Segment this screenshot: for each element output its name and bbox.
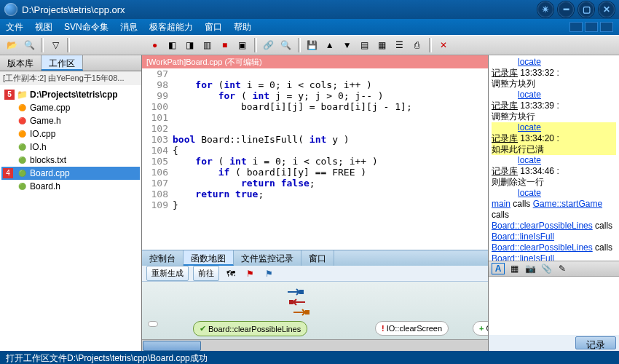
menu-file[interactable]: 文件 xyxy=(6,21,23,33)
file-icon: 🟢 xyxy=(16,168,28,178)
menu-help[interactable]: 帮助 xyxy=(234,21,251,33)
tool-icon[interactable]: ▣ xyxy=(235,38,250,52)
tree-file[interactable]: 4🟢Board.cpp xyxy=(1,167,140,180)
tree-file[interactable]: 🟢Board.h xyxy=(1,180,140,193)
call-link[interactable]: Board::lineIsFull xyxy=(492,232,554,242)
tool-icon[interactable]: ▤ xyxy=(358,38,372,52)
tab-repo[interactable]: 版本库 xyxy=(0,55,42,71)
app-icon xyxy=(4,3,17,16)
search-icon[interactable]: 🔍 xyxy=(22,38,36,52)
map-scrollbar[interactable] xyxy=(142,339,488,351)
flag-icon[interactable]: ⚑ xyxy=(261,266,276,281)
window-title: D:\Projects\tetris\cpp.orx xyxy=(22,4,537,15)
locate-link[interactable]: locate xyxy=(518,122,541,132)
file-icon: 🟢 xyxy=(16,155,28,165)
tree-file[interactable]: 🟠Game.cpp xyxy=(1,101,140,114)
tree-root[interactable]: 5 📁 D:\Projects\tetris\cpp xyxy=(1,88,140,101)
minimize-button[interactable]: ━ xyxy=(558,1,574,17)
settings-icon[interactable]: ✴ xyxy=(537,1,553,17)
tab-filewatch[interactable]: 文件监控记录 xyxy=(234,250,301,266)
maximize-button[interactable]: ▢ xyxy=(578,1,594,17)
regen-button[interactable]: 重新生成 xyxy=(146,266,189,281)
layout-icon[interactable] xyxy=(600,22,613,32)
layout-icon[interactable] xyxy=(569,22,583,32)
menu-message[interactable]: 消息 xyxy=(120,21,138,33)
goto-button[interactable]: 前往 xyxy=(193,266,219,281)
camera-icon[interactable]: 📷 xyxy=(524,263,537,274)
toolbar: 📂 🔍 ▽ ● ◧ ◨ ▥ ■ ▣ 🔗 🔍 💾 ▲ ▼ ▤ ▦ ☰ ⎙ ✕ xyxy=(0,35,619,55)
call-link[interactable]: Game::startGame xyxy=(533,199,602,209)
tab-funcmap[interactable]: 函数地图 xyxy=(184,250,234,266)
map-node[interactable]: !IO::clearScreen xyxy=(375,321,449,336)
call-link[interactable]: Board::clearPossibleLines xyxy=(492,242,593,253)
tree-header: [工作副本:2] 由YeFeng于15年08... xyxy=(0,71,141,85)
attach-icon[interactable]: 📎 xyxy=(540,263,553,274)
save-icon[interactable]: 💾 xyxy=(305,38,320,52)
file-icon: 🟠 xyxy=(16,129,28,139)
print-icon[interactable]: ⎙ xyxy=(410,38,425,52)
layout-icon[interactable] xyxy=(585,22,598,32)
close-button[interactable]: ✕ xyxy=(599,1,615,17)
file-icon: 🟢 xyxy=(16,181,28,191)
tool-icon[interactable]: ◨ xyxy=(183,38,197,52)
call-link[interactable]: Board::lineIsFull xyxy=(492,253,554,261)
call-link[interactable]: Board::clearPossibleLines xyxy=(492,221,593,231)
up-icon[interactable]: ▲ xyxy=(323,38,337,52)
editor-header: [WorkPath]Board.cpp (不可编辑) xyxy=(142,55,488,68)
map-icon[interactable]: 🗺 xyxy=(224,266,238,281)
change-badge: 5 xyxy=(4,90,15,100)
tool-icon[interactable]: ▦ xyxy=(375,38,390,52)
menu-window[interactable]: 窗口 xyxy=(205,21,222,33)
open-icon[interactable]: 📂 xyxy=(4,38,19,52)
locate-link[interactable]: locate xyxy=(518,188,541,198)
tab-workspace[interactable]: 工作区 xyxy=(42,55,83,71)
folder-icon: 📁 xyxy=(16,90,28,100)
file-icon: 🟠 xyxy=(16,103,28,113)
tab-window[interactable]: 窗口 xyxy=(301,250,334,266)
menu-view[interactable]: 视图 xyxy=(35,21,52,33)
link-icon[interactable]: 🔗 xyxy=(261,38,276,52)
tool-icon[interactable]: ▥ xyxy=(200,38,215,52)
flag-icon[interactable]: ⚑ xyxy=(243,266,257,281)
locate-link[interactable]: locate xyxy=(518,90,541,100)
menubar: 文件 视图 SVN命令集 消息 极客超能力 窗口 帮助 xyxy=(0,19,619,35)
tree-file[interactable]: 🟢blocks.txt xyxy=(1,154,140,167)
call-link[interactable]: main xyxy=(492,199,510,209)
titlebar: D:\Projects\tetris\cpp.orx ✴ ━ ▢ ✕ xyxy=(0,0,619,19)
edit-icon[interactable]: ✎ xyxy=(556,263,569,274)
menu-svn[interactable]: SVN命令集 xyxy=(64,21,109,33)
statusbar: 打开工作区文件D:\Projects\tetris\cpp\Board.cpp成… xyxy=(0,351,619,364)
log-panel[interactable]: locate记录库 13:33:32 :调整方块列locate记录库 13:33… xyxy=(489,55,619,261)
locate-link[interactable]: locate xyxy=(518,57,541,67)
down-icon[interactable]: ▼ xyxy=(340,38,355,52)
record-button[interactable]: 记录 xyxy=(575,336,616,349)
record-icon[interactable]: ● xyxy=(148,38,162,52)
map-node[interactable]: +Game::cmdRight xyxy=(473,321,488,336)
code-editor[interactable]: 9798 for (int i = 0; i < cols; i++ )99 f… xyxy=(142,68,488,250)
palette-icon[interactable]: ▦ xyxy=(508,263,521,274)
file-icon: 🟢 xyxy=(16,142,28,152)
left-panel: 版本库 工作区 [工作副本:2] 由YeFeng于15年08... 5 📁 D:… xyxy=(0,55,142,351)
tab-console[interactable]: 控制台 xyxy=(142,250,184,266)
close-icon[interactable]: ✕ xyxy=(436,38,451,52)
map-node-current[interactable]: ✔Board::clearPossibleLines xyxy=(193,321,307,336)
text-icon[interactable]: A xyxy=(492,263,505,274)
map-node[interactable] xyxy=(148,321,158,327)
svg-rect-1 xyxy=(289,300,293,304)
menu-geek[interactable]: 极客超能力 xyxy=(149,21,193,33)
stop-icon[interactable]: ■ xyxy=(218,38,232,52)
right-panel: locate记录库 13:33:32 :调整方块列locate记录库 13:33… xyxy=(488,55,619,351)
tool-icon[interactable]: ◧ xyxy=(165,38,180,52)
file-icon: 🔴 xyxy=(16,116,28,126)
zoom-icon[interactable]: 🔍 xyxy=(279,38,293,52)
file-tree: 5 📁 D:\Projects\tetris\cpp 🟠Game.cpp🔴Gam… xyxy=(0,85,141,351)
tree-file[interactable]: 🔴Game.h xyxy=(1,114,140,127)
tree-file[interactable]: 🟠IO.cpp xyxy=(1,127,140,141)
locate-link[interactable]: locate xyxy=(518,155,541,165)
svg-rect-2 xyxy=(305,310,310,314)
tree-file[interactable]: 🟢IO.h xyxy=(1,141,140,154)
function-map[interactable]: ✔Board::clearPossibleLines !IO::clearScr… xyxy=(142,282,488,351)
tool-icon[interactable]: ☰ xyxy=(393,38,407,52)
note-input[interactable] xyxy=(489,277,619,335)
filter-icon[interactable]: ▽ xyxy=(48,38,63,52)
